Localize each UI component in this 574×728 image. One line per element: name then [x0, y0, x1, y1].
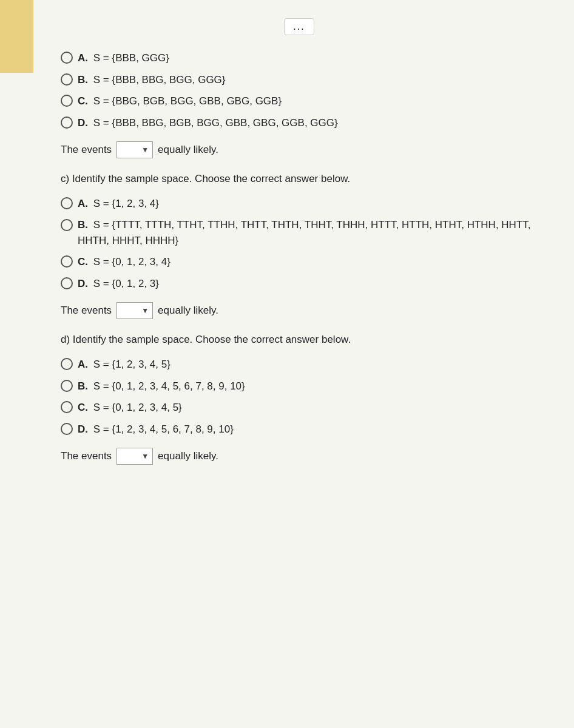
events-label-d: The events [61, 450, 112, 462]
option-b-c: C. S = {BBG, BGB, BGG, GBB, GBG, GGB} [61, 93, 538, 109]
option-d-a: A. S = {1, 2, 3, 4, 5} [61, 357, 538, 372]
option-b-a-text: A. S = {BBB, GGG} [78, 50, 169, 66]
option-b-c-value: S = {BBG, BGB, BGG, GBB, GBG, GGB} [93, 95, 282, 107]
option-d-d: D. S = {1, 2, 3, 4, 5, 6, 7, 8, 9, 10} [61, 422, 538, 437]
option-c-d-text: D. S = {0, 1, 2, 3} [78, 276, 159, 292]
chevron-down-icon: ▼ [141, 146, 149, 154]
events-dropdown-d[interactable]: ▼ [116, 448, 153, 465]
option-b-b: B. S = {BBB, BBG, BGG, GGG} [61, 72, 538, 88]
option-d-c: C. S = {0, 1, 2, 3, 4, 5} [61, 400, 538, 416]
events-dropdown-b[interactable]: ▼ [116, 141, 153, 158]
option-b-b-label: B. [78, 74, 88, 86]
radio-d-b[interactable] [61, 380, 73, 392]
option-c-d: D. S = {0, 1, 2, 3} [61, 276, 538, 292]
option-b-c-label: C. [78, 95, 88, 107]
option-d-c-label: C. [78, 402, 88, 413]
option-d-b-label: B. [78, 380, 88, 392]
radio-b-c[interactable] [61, 95, 73, 107]
option-b-d-text: D. S = {BBB, BBG, BGB, BGG, GBB, GBG, GG… [78, 115, 338, 131]
radio-c-a[interactable] [61, 197, 73, 209]
option-b-a-value: S = {BBB, GGG} [93, 52, 169, 64]
option-b-c-text: C. S = {BBG, BGB, BGG, GBB, GBG, GGB} [78, 93, 282, 109]
yellow-strip [0, 0, 33, 73]
option-d-b-value: S = {0, 1, 2, 3, 4, 5, 6, 7, 8, 9, 10} [93, 380, 245, 392]
section-d-heading: d) Identify the sample space. Choose the… [61, 332, 538, 347]
option-d-c-value: S = {0, 1, 2, 3, 4, 5} [93, 402, 182, 413]
page-container: ... A. S = {BBB, GGG} B. S = {BBB, BBG, … [0, 0, 574, 728]
option-d-a-value: S = {1, 2, 3, 4, 5} [93, 359, 171, 370]
option-c-c-value: S = {0, 1, 2, 3, 4} [93, 256, 171, 268]
section-c: c) Identify the sample space. Choose the… [61, 172, 538, 319]
radio-c-d[interactable] [61, 277, 73, 289]
radio-c-b[interactable] [61, 219, 73, 231]
dots-button[interactable]: ... [284, 18, 314, 35]
radio-d-c[interactable] [61, 401, 73, 413]
option-c-a-value: S = {1, 2, 3, 4} [93, 198, 159, 209]
radio-d-d[interactable] [61, 423, 73, 435]
option-b-b-text: B. S = {BBB, BBG, BGG, GGG} [78, 72, 226, 88]
section-b: A. S = {BBB, GGG} B. S = {BBB, BBG, BGG,… [61, 50, 538, 158]
option-c-c-text: C. S = {0, 1, 2, 3, 4} [78, 254, 171, 270]
radio-b-d[interactable] [61, 116, 73, 129]
option-b-d-label: D. [78, 117, 88, 129]
option-c-c: C. S = {0, 1, 2, 3, 4} [61, 254, 538, 270]
option-c-b: B. S = {TTTT, TTTH, TTHT, TTHH, THTT, TH… [61, 217, 538, 248]
events-suffix-b: equally likely. [158, 144, 218, 156]
chevron-down-icon-c: ▼ [141, 306, 149, 315]
option-c-a-label: A. [78, 198, 88, 209]
option-d-b: B. S = {0, 1, 2, 3, 4, 5, 6, 7, 8, 9, 10… [61, 379, 538, 394]
option-c-c-label: C. [78, 256, 88, 268]
events-dropdown-c[interactable]: ▼ [116, 302, 153, 319]
option-c-d-value: S = {0, 1, 2, 3} [93, 278, 159, 289]
option-d-a-label: A. [78, 359, 88, 370]
events-label-b: The events [61, 144, 112, 156]
events-suffix-c: equally likely. [158, 305, 218, 317]
option-b-d: D. S = {BBB, BBG, BGB, BGG, GBB, GBG, GG… [61, 115, 538, 131]
section-d: d) Identify the sample space. Choose the… [61, 332, 538, 465]
events-row-c: The events ▼ equally likely. [61, 302, 538, 319]
option-d-b-text: B. S = {0, 1, 2, 3, 4, 5, 6, 7, 8, 9, 10… [78, 379, 245, 394]
option-d-c-text: C. S = {0, 1, 2, 3, 4, 5} [78, 400, 182, 416]
option-b-a: A. S = {BBB, GGG} [61, 50, 538, 66]
chevron-down-icon-d: ▼ [141, 452, 149, 460]
radio-d-a[interactable] [61, 358, 73, 370]
option-c-a-text: A. S = {1, 2, 3, 4} [78, 196, 159, 212]
option-c-d-label: D. [78, 278, 88, 289]
option-b-a-label: A. [78, 52, 88, 64]
option-c-a: A. S = {1, 2, 3, 4} [61, 196, 538, 212]
events-row-d: The events ▼ equally likely. [61, 448, 538, 465]
option-d-d-value: S = {1, 2, 3, 4, 5, 6, 7, 8, 9, 10} [93, 423, 234, 435]
top-bar: ... [61, 18, 538, 35]
option-b-d-value: S = {BBB, BBG, BGB, BGG, GBB, GBG, GGB, … [93, 117, 338, 129]
option-b-b-value: S = {BBB, BBG, BGG, GGG} [93, 74, 226, 86]
events-row-b: The events ▼ equally likely. [61, 141, 538, 158]
section-c-heading: c) Identify the sample space. Choose the… [61, 172, 538, 186]
option-c-b-value: S = {TTTT, TTTH, TTHT, TTHH, THTT, THTH,… [78, 219, 530, 246]
events-label-c: The events [61, 305, 112, 317]
option-d-d-label: D. [78, 423, 88, 435]
radio-b-a[interactable] [61, 52, 73, 64]
events-suffix-d: equally likely. [158, 450, 218, 462]
option-d-a-text: A. S = {1, 2, 3, 4, 5} [78, 357, 171, 372]
radio-c-c[interactable] [61, 255, 73, 268]
option-c-b-text: B. S = {TTTT, TTTH, TTHT, TTHH, THTT, TH… [78, 217, 538, 248]
radio-b-b[interactable] [61, 73, 73, 86]
option-d-d-text: D. S = {1, 2, 3, 4, 5, 6, 7, 8, 9, 10} [78, 422, 234, 437]
option-c-b-label: B. [78, 219, 88, 231]
